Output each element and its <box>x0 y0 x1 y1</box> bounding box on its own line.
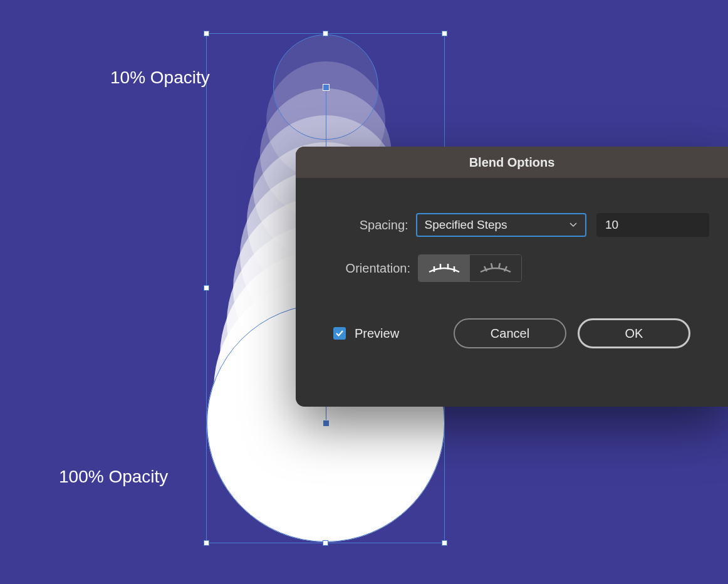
chevron-down-icon <box>569 221 578 229</box>
dialog-body: Spacing: Specified Steps Orientation: <box>296 178 728 367</box>
orientation-row: Orientation: <box>315 254 709 282</box>
selection-handle-ml[interactable] <box>204 285 209 291</box>
cancel-button[interactable]: Cancel <box>454 318 566 348</box>
selection-handle-bc[interactable] <box>323 540 328 546</box>
selection-handle-tr[interactable] <box>442 31 447 36</box>
orientation-align-page-button[interactable] <box>419 255 470 281</box>
orientation-align-path-button[interactable] <box>470 255 521 281</box>
opacity-bottom-label: 100% Opacity <box>59 467 168 487</box>
spacing-steps-input[interactable] <box>596 213 709 237</box>
dialog-titlebar[interactable]: Blend Options <box>296 147 728 178</box>
selection-handle-bl[interactable] <box>204 540 209 546</box>
spacing-row: Spacing: Specified Steps <box>315 213 709 237</box>
opacity-top-label: 10% Opacity <box>110 68 210 88</box>
selection-handle-br[interactable] <box>442 540 447 546</box>
preview-label: Preview <box>355 326 399 341</box>
dialog-footer: Preview Cancel OK <box>315 300 709 348</box>
spine-anchor-top[interactable] <box>323 84 330 91</box>
ok-button[interactable]: OK <box>578 318 690 348</box>
spacing-dropdown[interactable]: Specified Steps <box>416 213 586 237</box>
orientation-toggle-group <box>418 254 522 282</box>
spacing-label: Spacing: <box>315 218 416 232</box>
preview-checkbox-group[interactable]: Preview <box>333 326 442 341</box>
selection-handle-tl[interactable] <box>204 31 209 36</box>
preview-checkbox[interactable] <box>333 327 346 340</box>
orientation-label: Orientation: <box>315 261 418 276</box>
blend-options-dialog: Blend Options Spacing: Specified Steps O… <box>296 147 728 407</box>
selection-handle-tc[interactable] <box>323 31 328 36</box>
spine-anchor-bottom[interactable] <box>323 420 330 427</box>
dialog-title: Blend Options <box>469 155 555 170</box>
spacing-dropdown-value: Specified Steps <box>425 218 569 232</box>
